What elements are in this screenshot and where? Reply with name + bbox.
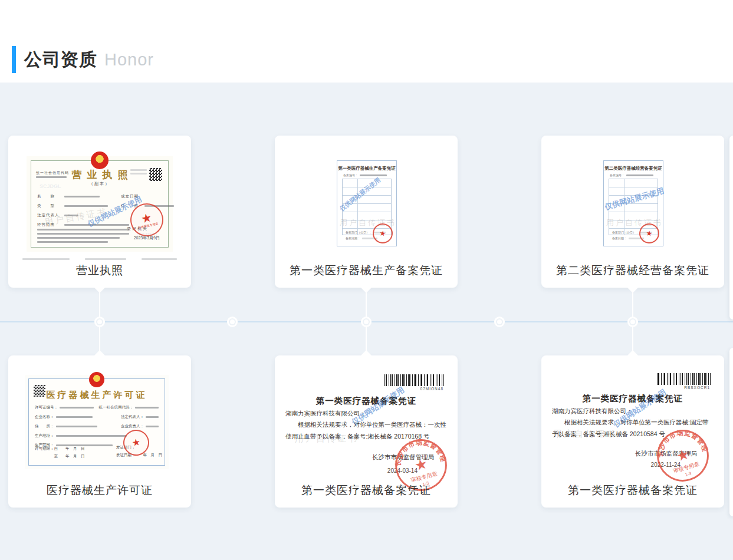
barcode-code: RBSXOCR1	[684, 386, 710, 390]
production-license-image: ★ 医疗器械生产许可证 许可证编号： 统一社会信用代码： 企业名称： 法定代表人…	[21, 371, 172, 473]
barcode-code: 07MION48	[420, 387, 443, 391]
carousel-next-card-peek[interactable]	[729, 136, 733, 319]
license-field-row: 企业名称： 法定代表人：	[35, 414, 159, 420]
license-subtitle: （副本）	[31, 181, 168, 187]
certificate-title: 第一类医疗器械生产备案凭证	[337, 166, 396, 172]
dept-label: 备案部门（公章）：	[612, 229, 639, 235]
company-honor-page: 公司资质 Honor ★ 统一社会信用代码 营业执照 （副本） 名 称	[0, 0, 733, 560]
timeline-dot	[97, 319, 102, 324]
svg-text:★: ★	[413, 455, 429, 473]
dept-label: 备案部门（公章）：	[346, 229, 372, 235]
card-caption: 第二类医疗器械经营备案凭证	[541, 263, 724, 278]
certificate-title: 第二类医疗器械经营备案凭证	[604, 166, 663, 172]
certificate-card-production-license[interactable]: ★ 医疗器械生产许可证 许可证编号： 统一社会信用代码： 企业名称： 法定代表人…	[8, 355, 191, 508]
license-field-row: 许可证编号： 统一社会信用代码：	[35, 405, 159, 410]
card-caption: 营业执照	[8, 263, 191, 278]
qr-code-icon	[149, 168, 162, 181]
national-emblem-icon: ★	[91, 151, 109, 169]
document-title: 第一类医疗器械备案凭证	[551, 393, 715, 404]
carousel-next-card-peek[interactable]	[729, 348, 733, 516]
certificate-card-class2-operation-record[interactable]: 第二类医疗器械经营备案凭证 备案编号： 备案部门（公章）： 备案日期： ★ 用户…	[541, 136, 724, 288]
record-document-image: 07MION48 第一类医疗器械备案凭证 湖南力宾医疗科技有限公司： 根据相关法…	[284, 370, 448, 487]
certificate-card-class1-record-2024[interactable]: 07MION48 第一类医疗器械备案凭证 湖南力宾医疗科技有限公司： 根据相关法…	[275, 355, 458, 508]
timeline-dot	[630, 319, 635, 324]
license-field-row: 住 所： 企业负责人：	[35, 424, 159, 429]
card-tail	[94, 350, 105, 355]
field-legal-rep-label: 法定代表人	[37, 213, 60, 218]
company-name: 湖南力宾医疗科技有限公司：	[552, 407, 633, 416]
company-name: 湖南力宾医疗科技有限公司：	[285, 410, 366, 418]
svg-text:★: ★	[675, 446, 691, 465]
record-no-label: 备案编号：	[343, 173, 358, 177]
record-no-label: 备案编号：	[610, 173, 624, 177]
certificate-card-class1-production-record[interactable]: 第一类医疗器械生产备案凭证 备案编号： 备案部门（公章）： 备案日期： ★ 用户…	[275, 136, 458, 288]
card-caption: 第一类医疗器械生产备案凭证	[275, 263, 458, 278]
date-label: 备案日期：	[346, 235, 360, 241]
section-header: 公司资质 Honor	[12, 45, 154, 74]
license-title: 营业执照	[31, 168, 168, 182]
document-title: 第一类医疗器械备案凭证	[284, 396, 448, 407]
field-type-label: 类 型	[37, 203, 55, 209]
timeline-dot	[497, 319, 502, 324]
license-footer-print	[22, 258, 177, 260]
certificate-card-business-license[interactable]: ★ 统一社会信用代码 营业执照 （副本） 名 称 类 型 法定代表人 经营范围	[8, 136, 191, 288]
timeline-dot	[230, 319, 235, 324]
card-tail	[361, 350, 372, 355]
barcode-icon	[384, 374, 445, 386]
date-label: 备案日期：	[612, 235, 627, 241]
field-scope-label: 经营范围	[37, 222, 55, 228]
license-title: 医疗器械生产许可证	[29, 390, 165, 401]
card-tail	[361, 288, 372, 293]
card-tail	[94, 288, 105, 293]
business-license-image: ★ 统一社会信用代码 营业执照 （副本） 名 称 类 型 法定代表人 经营范围	[22, 152, 177, 256]
national-emblem-icon: ★	[89, 372, 104, 387]
card-caption: 医疗器械生产许可证	[8, 483, 191, 498]
field-name-label: 名 称	[37, 194, 55, 199]
field-established-label: 成立日期	[121, 194, 139, 199]
card-caption: 第一类医疗器械备案凭证	[541, 483, 724, 498]
barcode-icon	[657, 373, 711, 385]
page-subtitle: Honor	[104, 50, 154, 70]
svg-text:1-3: 1-3	[685, 470, 692, 477]
accent-bar	[12, 46, 16, 73]
timeline-dot	[364, 319, 369, 324]
certificate-image: 第二类医疗器械经营备案凭证 备案编号： 备案部门（公章）： 备案日期： ★ 用户…	[597, 154, 669, 252]
record-document-image: RBSXOCR1 第一类医疗器械备案凭证 湖南力宾医疗科技有限公司： 根据相关法…	[551, 370, 715, 487]
card-tail	[627, 288, 638, 293]
card-tail	[627, 350, 638, 355]
certificate-image: 第一类医疗器械生产备案凭证 备案编号： 备案部门（公章）： 备案日期： ★ 用户…	[331, 154, 403, 252]
page-title: 公司资质	[24, 48, 97, 72]
certificate-card-class1-record-2022[interactable]: RBSXOCR1 第一类医疗器械备案凭证 湖南力宾医疗科技有限公司： 根据相关法…	[541, 355, 724, 508]
card-caption: 第一类医疗器械备案凭证	[275, 483, 458, 498]
